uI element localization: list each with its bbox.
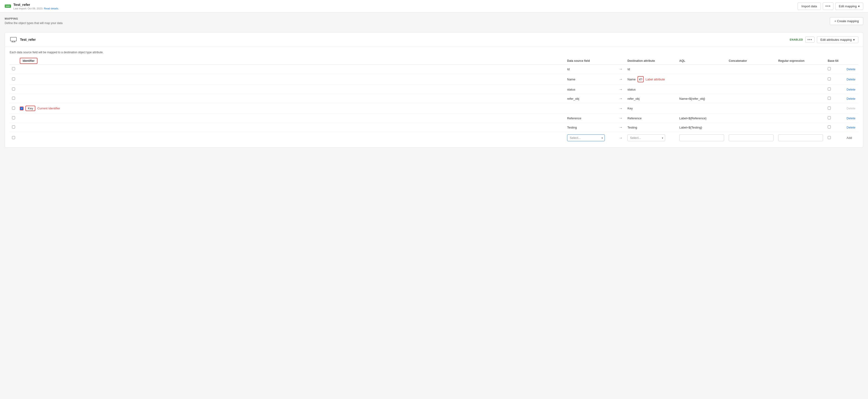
th-destination: Destination attribute [625,57,677,65]
row-checkbox[interactable] [12,107,15,110]
new-row-identifier-cell [18,132,565,144]
chevron-down-icon: ▾ [858,4,860,8]
add-button[interactable]: Add [846,136,852,140]
row-regex-cell [776,123,825,132]
regex-input[interactable] [778,135,823,141]
row-checkbox-cell[interactable] [10,65,18,74]
new-row-checkbox[interactable] [12,136,15,139]
row-checkbox-cell[interactable] [10,123,18,132]
data-source-select[interactable]: Select... [567,135,605,141]
row-base64-cell[interactable] [825,123,844,132]
delete-button[interactable]: Delete [846,97,856,101]
row-identifier-cell [18,123,565,132]
row-checkbox[interactable] [12,77,15,80]
row-base64-checkbox[interactable] [828,77,831,80]
th-actions [844,57,858,65]
row-concatenator-cell [726,65,776,74]
new-row-concatenator-cell[interactable] [726,132,776,144]
delete-button[interactable]: Delete [846,67,856,71]
destination-select[interactable]: Select... [627,135,665,141]
label-tag-icon: 🏷 [638,76,644,82]
edit-attributes-mapping-button[interactable]: Edit attributes mapping ▾ [817,36,858,43]
row-destination-cell: Id [625,65,677,74]
delete-button[interactable]: Delete [846,126,856,129]
th-base64: Base 64 [825,57,844,65]
new-row-add-cell[interactable]: Add [844,132,858,144]
row-checkbox-cell[interactable] [10,114,18,123]
row-base64-checkbox[interactable] [828,97,831,100]
card-more-options-button[interactable]: ••• [805,36,814,43]
new-row-regex-cell[interactable] [776,132,825,144]
row-base64-cell[interactable] [825,85,844,94]
aql-input[interactable] [679,135,724,141]
row-concatenator-cell [726,123,776,132]
row-checkbox-cell[interactable] [10,85,18,94]
page-subtitle: Last import: Oct 09, 2023. Read details. [13,7,59,10]
row-base64-checkbox[interactable] [828,116,831,119]
row-concatenator-cell [726,85,776,94]
row-base64-cell[interactable] [825,114,844,123]
row-identifier-cell [18,114,565,123]
th-concatenator: Concatenator [726,57,776,65]
row-base64-cell[interactable] [825,65,844,74]
enabled-badge: ENABLED [790,38,803,41]
mapping-table-area: Each data source field will be mapped to… [5,47,863,147]
th-regular-expression: Regular expression [776,57,825,65]
row-delete-cell[interactable]: Delete [844,65,858,74]
edit-mapping-button[interactable]: Edit mapping ▾ [835,3,863,10]
row-delete-cell[interactable]: Delete [844,114,858,123]
destination-value: Name [627,78,636,81]
top-bar: csv Test_refer Last import: Oct 09, 2023… [0,0,868,12]
delete-button[interactable]: Delete [846,78,856,81]
new-row-arrow: → [617,132,625,144]
row-checkbox-cell[interactable] [10,103,18,114]
row-regex-cell [776,114,825,123]
row-regex-cell [776,65,825,74]
mapping-card-name: Test_refer [20,38,36,41]
new-row-base64-checkbox[interactable] [828,136,831,139]
table-row: Name → Name 🏷 Label attribute [10,74,858,85]
row-base64-checkbox[interactable] [828,125,831,129]
row-delete-cell[interactable]: Delete [844,123,858,132]
row-regex-cell [776,103,825,114]
row-delete-cell[interactable]: Delete [844,85,858,94]
row-checkbox[interactable] [12,67,15,70]
row-identifier-cell [18,65,565,74]
row-arrow: → [617,94,625,103]
row-delete-cell[interactable]: Delete [844,94,858,103]
new-row: Select... → Select... [10,132,858,144]
new-row-checkbox-cell[interactable] [10,132,18,144]
delete-button[interactable]: Delete [846,116,856,120]
row-base64-checkbox[interactable] [828,67,831,70]
row-regex-cell [776,94,825,103]
read-details-link[interactable]: Read details. [44,7,59,10]
main-content: MAPPING Define the object types that wil… [0,12,868,152]
row-base64-cell[interactable] [825,103,844,114]
row-checkbox[interactable] [12,125,15,129]
row-base64-cell[interactable] [825,74,844,85]
new-row-destination-cell[interactable]: Select... [625,132,677,144]
row-aql-cell [677,85,726,94]
new-row-base64-cell[interactable] [825,132,844,144]
import-data-button[interactable]: Import data [798,3,821,10]
new-row-data-source-cell[interactable]: Select... [565,132,617,144]
row-base64-cell[interactable] [825,94,844,103]
concatenator-input[interactable] [729,135,774,141]
row-checkbox[interactable] [12,97,15,100]
top-bar-right: Import data ••• Edit mapping ▾ [798,2,863,10]
row-base64-checkbox[interactable] [828,87,831,90]
create-mapping-button[interactable]: + Create mapping [830,17,863,25]
more-options-button[interactable]: ••• [823,2,833,10]
row-checkbox-cell[interactable] [10,94,18,103]
row-checkbox-cell[interactable] [10,74,18,85]
new-row-aql-cell[interactable] [677,132,726,144]
row-delete-cell[interactable]: Delete [844,74,858,85]
row-checkbox[interactable] [12,87,15,90]
delete-button[interactable]: Delete [846,88,856,91]
mapping-card: Test_refer ENABLED ••• Edit attributes m… [5,32,863,148]
row-base64-checkbox[interactable] [828,107,831,110]
row-data-source-cell: Name [565,74,617,85]
row-data-source-cell: refer_obj [565,94,617,103]
delete-button-disabled: Delete [846,107,856,110]
row-checkbox[interactable] [12,116,15,119]
